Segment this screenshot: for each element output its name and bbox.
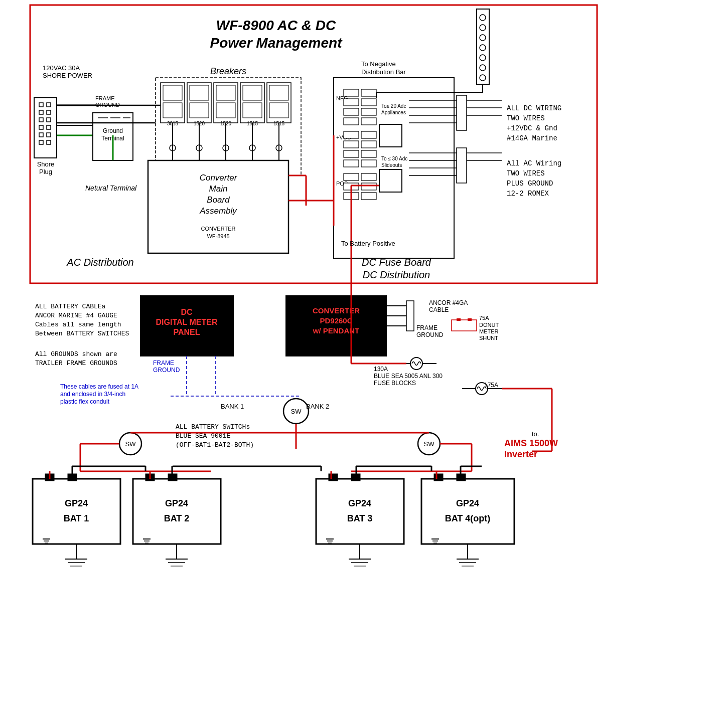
svg-point-137 (480, 35, 486, 41)
svg-text:WF-8900 AC & DC: WF-8900 AC & DC (216, 18, 336, 33)
svg-rect-81 (344, 89, 359, 96)
svg-rect-15 (39, 133, 43, 137)
svg-text:ALL DC WIRING: ALL DC WIRING (507, 104, 561, 112)
svg-text:To≤ 20 Adc: To≤ 20 Adc (381, 103, 406, 109)
svg-text:DIGITAL METER: DIGITAL METER (156, 318, 218, 326)
svg-text:To Battery Positive: To Battery Positive (341, 240, 395, 247)
svg-rect-14 (47, 125, 51, 129)
svg-rect-9 (39, 110, 43, 114)
svg-rect-53 (269, 85, 288, 100)
svg-text:TRAILER FRAME GROUNDS: TRAILER FRAME GROUNDS (35, 359, 117, 367)
svg-point-140 (480, 65, 486, 71)
diagram-container: WF-8900 AC & DC Power Management 120VAC … (0, 0, 728, 724)
svg-text:plastic flex conduit: plastic flex conduit (60, 398, 110, 405)
svg-rect-49 (243, 85, 262, 100)
svg-text:ANCOR MARINE #4 GAUGE: ANCOR MARINE #4 GAUGE (35, 312, 117, 319)
svg-rect-18 (47, 140, 51, 144)
svg-text:PLUS GROUND: PLUS GROUND (507, 179, 553, 188)
svg-point-138 (480, 45, 486, 51)
svg-text:AC Distribution: AC Distribution (66, 257, 133, 268)
svg-text:BAT 1: BAT 1 (64, 513, 89, 523)
svg-text:BANK 2: BANK 2 (306, 403, 329, 410)
svg-text:AIMS 1500W: AIMS 1500W (504, 438, 558, 448)
svg-text:BAT 3: BAT 3 (347, 513, 373, 523)
svg-rect-228 (33, 479, 120, 544)
svg-text:Board: Board (207, 195, 230, 205)
svg-text:Cables all same length: Cables all same length (35, 321, 121, 328)
svg-rect-175 (452, 320, 477, 331)
svg-rect-10 (47, 110, 51, 114)
svg-text:Ground: Ground (103, 127, 123, 134)
svg-rect-236 (133, 479, 221, 544)
svg-text:SW: SW (291, 408, 302, 415)
svg-text:Distribution Bar: Distribution Bar (361, 68, 406, 76)
svg-text:GP24: GP24 (165, 498, 188, 508)
svg-text:Plug: Plug (39, 168, 52, 175)
svg-rect-13 (39, 125, 43, 129)
svg-point-141 (480, 75, 486, 81)
svg-rect-12 (47, 118, 51, 122)
svg-rect-118 (457, 148, 467, 183)
svg-rect-87 (361, 108, 376, 115)
svg-rect-84 (344, 118, 359, 125)
svg-rect-252 (421, 479, 514, 544)
svg-rect-93 (361, 131, 376, 138)
svg-text:Inverter: Inverter (504, 449, 537, 459)
svg-rect-41 (190, 85, 209, 100)
svg-rect-7 (39, 103, 43, 107)
svg-text:DC Distribution: DC Distribution (363, 269, 430, 280)
svg-rect-101 (361, 183, 376, 190)
svg-rect-16 (47, 133, 51, 137)
svg-rect-100 (361, 173, 376, 180)
svg-text:to.: to. (532, 430, 539, 438)
svg-text:DC Fuse Board: DC Fuse Board (362, 257, 431, 268)
svg-rect-38 (163, 103, 182, 118)
svg-rect-83 (344, 108, 359, 115)
svg-point-139 (480, 55, 486, 61)
svg-rect-102 (361, 193, 376, 200)
svg-text:75A: 75A (479, 315, 489, 321)
svg-text:ALL BATTERY SWITCHs: ALL BATTERY SWITCHs (176, 423, 250, 431)
svg-text:w/ PENDANT: w/ PENDANT (313, 326, 360, 335)
svg-rect-90 (344, 141, 359, 148)
svg-text:+12VDC & Gnd: +12VDC & Gnd (507, 124, 557, 132)
svg-text:DONUT: DONUT (479, 322, 499, 328)
svg-text:WF-8945: WF-8945 (207, 233, 229, 239)
svg-text:Between BATTERY SWITCHES: Between BATTERY SWITCHES (35, 330, 129, 337)
svg-text:FUSE BLOCKS: FUSE BLOCKS (374, 380, 416, 387)
svg-text:(OFF-BAT1-BAT2-BOTH): (OFF-BAT1-BAT2-BOTH) (176, 441, 254, 449)
svg-text:Assembly: Assembly (199, 206, 237, 216)
svg-text:BANK 1: BANK 1 (221, 403, 244, 410)
svg-text:ANCOR #4GA: ANCOR #4GA (429, 299, 468, 306)
svg-rect-89 (344, 131, 359, 138)
svg-text:Shore: Shore (37, 160, 55, 168)
svg-text:PANEL: PANEL (173, 328, 200, 336)
svg-text:SHORE POWER: SHORE POWER (43, 72, 92, 79)
svg-rect-11 (39, 118, 43, 122)
svg-rect-92 (344, 160, 359, 167)
svg-text:FRAME: FRAME (153, 359, 174, 367)
svg-text:Appliances: Appliances (381, 110, 406, 115)
svg-text:ALL BATTERY CABLEa: ALL BATTERY CABLEa (35, 303, 106, 310)
svg-rect-82 (344, 99, 359, 106)
svg-point-135 (480, 15, 486, 21)
svg-text:GROUND: GROUND (416, 331, 444, 338)
svg-text:and enclosed in 3/4-inch: and enclosed in 3/4-inch (60, 391, 125, 398)
svg-text:CONVERTER: CONVERTER (201, 226, 236, 232)
svg-text:SW: SW (125, 440, 136, 448)
svg-rect-96 (361, 160, 376, 167)
svg-text:120VAC 30A: 120VAC 30A (43, 64, 80, 72)
svg-text:To ≤ 30 Adc: To ≤ 30 Adc (381, 156, 407, 161)
svg-rect-46 (216, 103, 235, 118)
svg-text:Main: Main (209, 184, 228, 194)
svg-text:Netural Terminal: Netural Terminal (85, 184, 137, 192)
svg-text:Converter: Converter (200, 173, 238, 183)
svg-rect-177 (468, 318, 472, 321)
svg-point-136 (480, 25, 486, 31)
svg-rect-117 (457, 95, 467, 130)
svg-rect-17 (39, 140, 43, 144)
svg-text:CABLE: CABLE (429, 306, 449, 313)
svg-rect-42 (190, 103, 209, 118)
svg-text:GP24: GP24 (456, 498, 479, 508)
svg-rect-37 (163, 85, 182, 100)
